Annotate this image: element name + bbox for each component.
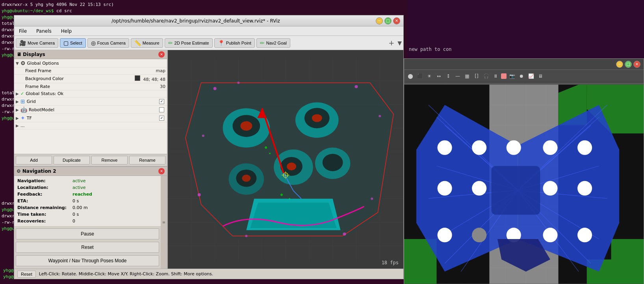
csdn-tool-grid[interactable]: ▦ <box>463 72 471 80</box>
fixed-frame-item[interactable]: Fixed Frame map <box>14 67 167 75</box>
displays-scroll[interactable]: ▼ ⚙ Global Options Fixed Frame map Backg… <box>14 59 167 154</box>
nav-info: Navigation: active Localization: active … <box>14 176 161 269</box>
tf-item[interactable]: ▶ ✦ TF ✓ <box>14 114 167 122</box>
csdn-tool-move[interactable]: ↕ <box>444 72 452 80</box>
reset-nav-button[interactable]: Reset <box>16 242 159 253</box>
svg-point-34 <box>265 146 267 149</box>
nav-main: Navigation: active Localization: active … <box>14 176 167 269</box>
robot-model-item[interactable]: ▶ 🤖 RobotModel <box>14 106 167 114</box>
svg-point-42 <box>237 82 239 84</box>
localization-row: Localization: active <box>17 184 158 191</box>
navigation-row: Navigation: active <box>17 178 158 184</box>
pause-button[interactable]: Pause <box>16 228 159 239</box>
recoveries-row: Recoveries: 0 <box>17 218 158 224</box>
measure-icon: 📏 <box>134 40 141 46</box>
duplicate-button[interactable]: Duplicate <box>54 156 90 164</box>
csdn-tool-chart[interactable]: 📈 <box>527 72 535 80</box>
feedback-row: Feedback: reached <box>17 191 158 198</box>
expand-icon: ▶ <box>16 92 20 96</box>
csdn-minimize-button[interactable]: − <box>616 61 623 68</box>
minimize-button[interactable]: − <box>376 17 383 24</box>
expand-icon: ▶ <box>16 108 20 112</box>
svg-point-108 <box>472 228 486 242</box>
global-options-icon: ⚙ <box>20 60 26 66</box>
publish-point-button[interactable]: 📍 Publish Point <box>214 38 255 48</box>
color-swatch <box>135 75 140 81</box>
svg-point-49 <box>245 235 247 237</box>
displays-panel-buttons: Add Duplicate Remove Rename <box>14 154 167 166</box>
expand-icon: ▼ <box>16 61 20 65</box>
close-button[interactable]: ✕ <box>393 17 400 24</box>
svg-point-32 <box>287 163 296 170</box>
remove-button[interactable]: Remove <box>91 156 128 164</box>
fps-counter: 18 fps <box>382 260 399 265</box>
tf-checkbox[interactable]: ✓ <box>159 116 164 121</box>
rviz-viewport[interactable]: 18 fps <box>168 50 403 269</box>
displays-icon: 🖥 <box>17 52 21 57</box>
rviz-content: 🖥 Displays ✕ ▼ ⚙ Global Options Fixed Fr… <box>14 50 403 269</box>
menu-panels[interactable]: Panels <box>34 28 54 35</box>
csdn-tool-dash[interactable]: — <box>454 72 462 80</box>
displays-panel-title: 🖥 Displays <box>17 52 45 57</box>
nav2-goal-button[interactable]: ✏ Nav2 Goal <box>256 38 290 48</box>
focus-camera-icon: ◎ <box>91 40 96 46</box>
csdn-maximize-button[interactable]: □ <box>625 61 632 68</box>
expand-icon: ▶ <box>16 99 20 104</box>
svg-point-115 <box>577 228 592 242</box>
displays-close-button[interactable]: ✕ <box>158 51 165 58</box>
nav-buttons: Pause Reset Waypoint / Nav Through Poses… <box>14 226 161 269</box>
csdn-tool-camera[interactable]: 📷 <box>508 72 516 80</box>
csdn-tool-square[interactable]: ⬛ <box>416 72 424 80</box>
grid-icon: ⊞ <box>20 98 25 105</box>
add-tool-button[interactable]: + <box>387 39 396 47</box>
csdn-tool-arrows[interactable]: ↔ <box>435 72 443 80</box>
pose-estimate-button[interactable]: ✏ 2D Pose Estimate <box>165 38 213 48</box>
rviz-toolbar: 🎥 Move Camera ▢ Select ◎ Focus Camera 📏 … <box>14 36 403 50</box>
csdn-tool-circle[interactable]: ⬤ <box>406 72 414 80</box>
csdn-tool-bracket[interactable]: [] <box>473 72 481 80</box>
rename-button[interactable]: Rename <box>129 156 165 164</box>
status-reset-button[interactable]: Reset <box>17 271 36 278</box>
add-button[interactable]: Add <box>16 156 52 164</box>
displays-panel-header: 🖥 Displays ✕ <box>14 50 167 59</box>
measure-button[interactable]: 📏 Measure <box>131 38 163 48</box>
background-color-item[interactable]: Background Color 48; 48; 48 <box>14 75 167 83</box>
more-item[interactable]: ▶ ... <box>14 122 167 129</box>
csdn-tool-pause[interactable]: ⏸ <box>492 72 499 80</box>
csdn-tool-record[interactable]: ⏺ <box>518 72 525 80</box>
menu-file[interactable]: File <box>17 28 29 35</box>
nav-close-button[interactable]: ✕ <box>158 168 165 174</box>
svg-point-111 <box>577 140 592 155</box>
grid-item[interactable]: ▶ ⊞ Grid ✓ <box>14 97 167 106</box>
svg-point-43 <box>354 85 358 88</box>
toolbar-dropdown-button[interactable]: ▼ <box>397 40 402 46</box>
svg-point-30 <box>240 121 252 131</box>
move-camera-button[interactable]: 🎥 Move Camera <box>16 38 58 48</box>
nav-panel-title: ⚙ Navigation 2 <box>17 168 56 174</box>
rviz-statusbar: Reset Left-Click: Rotate. Middle-Click: … <box>14 269 403 279</box>
menu-help[interactable]: Help <box>59 28 74 35</box>
svg-point-102 <box>438 140 452 155</box>
global-status-item[interactable]: ▶ ✓ Global Status: Ok <box>14 90 167 97</box>
time-row: Time taken: 0 s <box>17 211 158 218</box>
svg-point-33 <box>242 175 251 182</box>
svg-point-45 <box>202 135 204 137</box>
tf-icon: ✦ <box>20 115 25 121</box>
nav-content: Navigation: active Localization: active … <box>14 176 161 226</box>
grid-checkbox[interactable]: ✓ <box>159 99 164 104</box>
robot-model-checkbox[interactable] <box>159 107 164 112</box>
svg-rect-116 <box>492 166 540 215</box>
expand-icon: ▶ <box>16 116 20 120</box>
nav-resize-handle[interactable]: ≡ <box>161 176 167 269</box>
select-button[interactable]: ▢ Select <box>60 38 86 48</box>
frame-rate-item[interactable]: Frame Rate 30 <box>14 83 167 90</box>
csdn-tool-sun[interactable]: ☀ <box>425 72 433 80</box>
csdn-tool-headphones[interactable]: 🎧 <box>482 72 490 80</box>
csdn-tool-display[interactable]: 🖥 <box>536 72 544 80</box>
waypoint-button[interactable]: Waypoint / Nav Through Poses Mode <box>16 255 159 266</box>
csdn-close-button[interactable]: ✕ <box>633 61 640 68</box>
csdn-tool-orange[interactable] <box>501 73 507 79</box>
maximize-button[interactable]: □ <box>384 17 392 24</box>
global-options-item[interactable]: ▼ ⚙ Global Options <box>14 59 167 67</box>
focus-camera-button[interactable]: ◎ Focus Camera <box>87 38 129 48</box>
